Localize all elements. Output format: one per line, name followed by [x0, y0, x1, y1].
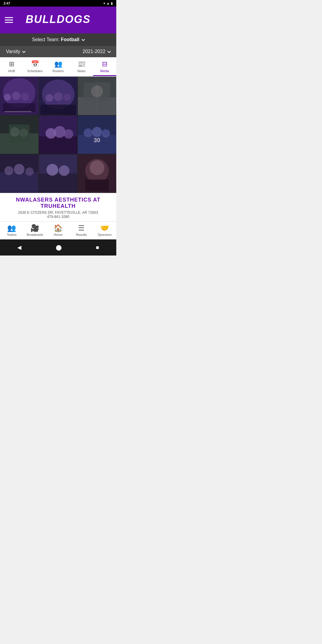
status-icons: ▾ ▲ ▮: [103, 1, 113, 5]
season-label: 2021-2022: [83, 49, 106, 54]
news-icon: 📰: [78, 60, 86, 68]
nav-results[interactable]: ☰ Results: [70, 224, 93, 236]
tab-media-label: Media: [100, 69, 109, 73]
header: BULLDOGS: [0, 7, 116, 33]
nav-teams-label: Teams: [7, 233, 16, 236]
recent-button[interactable]: ■: [90, 243, 105, 252]
tab-rosters[interactable]: 👥 Rosters: [47, 57, 70, 76]
hub-icon: ⊞: [9, 60, 14, 68]
tab-news[interactable]: 📰 News: [70, 57, 93, 76]
ad-address: 2630 E CITIZENS DR, FAYETTEVILLE, AR 726…: [3, 210, 113, 215]
tab-rosters-label: Rosters: [52, 69, 64, 73]
division-selector[interactable]: Varsity: [6, 49, 25, 54]
photo-2[interactable]: [39, 77, 78, 115]
ad-phone: 479-841-1080: [3, 215, 113, 219]
media-grid: 30: [0, 77, 116, 193]
tab-media[interactable]: ⊟ Media: [93, 57, 116, 76]
season-selector[interactable]: 2021-2022: [83, 49, 110, 54]
broadcasts-icon: 🎥: [30, 224, 39, 232]
photo-4[interactable]: [0, 116, 38, 154]
nav-tabs: ⊞ HUB 📅 Schedules 👥 Rosters 📰 News ⊟ Med…: [0, 57, 116, 77]
media-icon: ⊟: [102, 60, 107, 68]
nav-teams[interactable]: 👥 Teams: [0, 224, 23, 236]
nav-home[interactable]: 🏠 Home: [47, 224, 70, 236]
tab-hub-label: HUB: [8, 69, 15, 73]
rosters-icon: 👥: [54, 60, 62, 68]
team-selector[interactable]: Select Team: Football: [0, 33, 116, 46]
photo-6[interactable]: 30: [78, 116, 116, 154]
status-time: 2:47: [4, 1, 10, 5]
back-button[interactable]: ◀: [11, 243, 27, 252]
system-nav: ◀ ⬤ ■: [0, 239, 116, 256]
nav-home-label: Home: [54, 233, 62, 236]
photo-3[interactable]: [78, 77, 116, 115]
results-icon: ☰: [78, 224, 85, 232]
photo-1[interactable]: [0, 77, 38, 115]
home-button[interactable]: ⬤: [50, 243, 68, 252]
selected-team: Football: [61, 37, 79, 42]
division-chevron: [22, 49, 26, 53]
sub-selectors: Varsity 2021-2022: [0, 46, 116, 57]
nav-broadcasts-label: Broadcasts: [27, 233, 43, 236]
home-icon: 🏠: [54, 224, 63, 232]
season-chevron: [107, 49, 111, 53]
photo-9[interactable]: [78, 154, 116, 193]
photo-7[interactable]: [0, 154, 38, 193]
status-bar: 2:47 ▾ ▲ ▮: [0, 0, 116, 7]
bottom-nav: 👥 Teams 🎥 Broadcasts 🏠 Home ☰ Results 🤝 …: [0, 221, 116, 239]
ad-title: NWALASERS AESTHETICS AT TRUHEALTH: [3, 197, 113, 209]
nav-broadcasts[interactable]: 🎥 Broadcasts: [23, 224, 47, 236]
sponsors-icon: 🤝: [100, 224, 109, 232]
menu-button[interactable]: [5, 17, 13, 23]
division-label: Varsity: [6, 49, 20, 54]
photo-5[interactable]: [39, 116, 78, 154]
schedules-icon: 📅: [31, 60, 39, 68]
tab-news-label: News: [77, 69, 86, 73]
team-selector-chevron: [81, 38, 85, 41]
ad-banner: NWALASERS AESTHETICS AT TRUHEALTH 2630 E…: [0, 193, 116, 221]
signal-icon: ▲: [106, 1, 110, 5]
app-logo: BULLDOGS: [26, 13, 91, 26]
nav-results-label: Results: [76, 233, 87, 236]
tab-hub[interactable]: ⊞ HUB: [0, 57, 23, 76]
battery-icon: ▮: [111, 1, 113, 5]
team-selector-label: Select Team:: [32, 37, 59, 42]
nav-sponsors[interactable]: 🤝 Sponsors: [93, 224, 116, 236]
photo-8[interactable]: [39, 154, 78, 193]
wifi-icon: ▾: [103, 1, 105, 5]
nav-sponsors-label: Sponsors: [98, 233, 112, 236]
teams-icon: 👥: [7, 224, 16, 232]
tab-schedules[interactable]: 📅 Schedules: [23, 57, 47, 76]
tab-schedules-label: Schedules: [27, 69, 42, 73]
